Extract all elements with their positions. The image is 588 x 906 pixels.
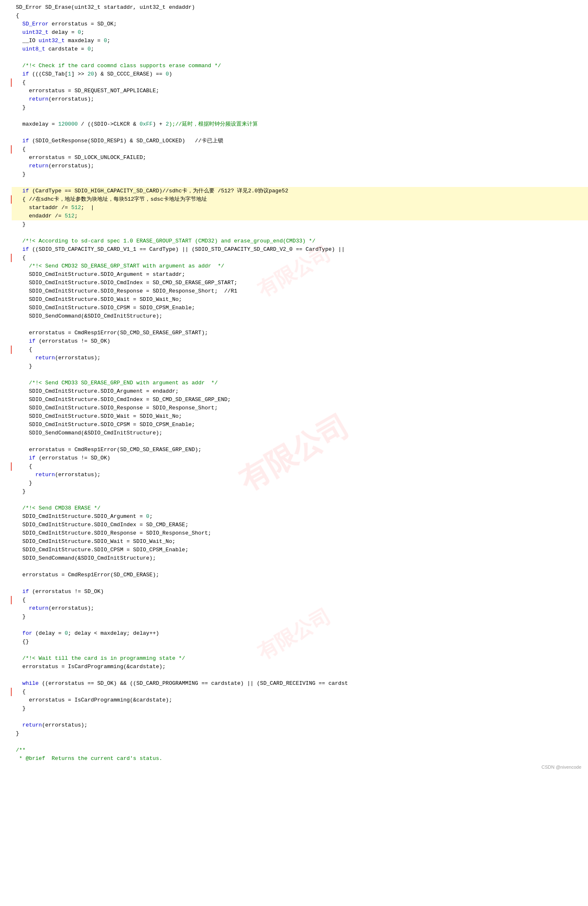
code-line (0, 112, 588, 120)
code-line: { (0, 462, 588, 471)
line-gutter (0, 429, 12, 437)
code-line: if (errorstatus != SD_OK) (0, 337, 588, 346)
code-line (0, 437, 588, 446)
line-gutter (0, 454, 12, 462)
code-line: { (0, 12, 588, 20)
line-content: SDIO_CmdInitStructure.SDIO_Wait = SDIO_W… (12, 412, 588, 421)
code-line (0, 738, 588, 746)
line-content: SDIO_SendCommand(&SDIO_CmdInitStructure)… (12, 312, 588, 321)
code-line (0, 713, 588, 721)
code-line (0, 321, 588, 329)
line-content: /*!< Check if the card coomnd class supp… (12, 62, 588, 70)
line-content: SDIO_CmdInitStructure.SDIO_CmdIndex = SD… (12, 279, 588, 287)
code-line: { (0, 596, 588, 604)
line-content: SD_Error errorstatus = SD_OK; (12, 20, 588, 28)
line-content: SDIO_CmdInitStructure.SDIO_Response = SD… (12, 287, 588, 295)
line-gutter (0, 421, 12, 429)
line-gutter (0, 512, 12, 521)
line-content: uint8_t cardstate = 0; (12, 45, 588, 53)
line-gutter (0, 53, 12, 62)
code-line: startaddr /= 512; | (0, 204, 588, 212)
line-content (12, 229, 588, 237)
line-content: if (errorstatus != SD_OK) (12, 454, 588, 462)
code-line: return(errorstatus); (0, 162, 588, 170)
line-gutter (0, 295, 12, 304)
line-gutter (0, 312, 12, 321)
line-content: for (delay = 0; delay < maxdelay; delay+… (12, 629, 588, 638)
line-gutter (0, 638, 12, 646)
line-content: SDIO_CmdInitStructure.SDIO_Response = SD… (12, 529, 588, 538)
line-content: } (12, 729, 588, 738)
line-content: SD_Error SD_Erase(uint32_t startaddr, ui… (12, 3, 588, 12)
line-content: /*!< Send CMD38 ERASE */ (12, 504, 588, 512)
line-gutter (0, 354, 12, 362)
line-gutter (0, 321, 12, 329)
line-content: SDIO_CmdInitStructure.SDIO_Argument = 0; (12, 512, 588, 521)
code-line (0, 229, 588, 237)
line-gutter (0, 696, 12, 704)
line-gutter (0, 738, 12, 746)
line-gutter (0, 579, 12, 588)
line-content: if (((CSD_Tab[1] >> 20) & SD_CCCC_ERASE)… (12, 70, 588, 78)
code-line: /** (0, 746, 588, 755)
code-line: { (0, 688, 588, 696)
code-line: if ((SDIO_STD_CAPACITY_SD_CARD_V1_1 == C… (0, 245, 588, 254)
line-content: startaddr /= 512; | (12, 204, 588, 212)
code-line: { (0, 78, 588, 87)
code-line: for (delay = 0; delay < maxdelay; delay+… (0, 629, 588, 638)
line-content (12, 321, 588, 329)
line-content: {} (12, 638, 588, 646)
code-line: errorstatus = SD_REQUEST_NOT_APPLICABLE; (0, 87, 588, 95)
line-gutter (0, 729, 12, 738)
line-content: return(errorstatus); (12, 354, 588, 362)
line-gutter (0, 546, 12, 554)
code-line (0, 646, 588, 654)
code-line: } (0, 220, 588, 229)
line-content: /*!< Wait till the card is in programmin… (12, 654, 588, 663)
line-content: } (12, 103, 588, 112)
code-line: if (errorstatus != SD_OK) (0, 588, 588, 596)
line-content (12, 646, 588, 654)
line-gutter (0, 329, 12, 337)
line-content: errorstatus = SD_REQUEST_NOT_APPLICABLE; (12, 87, 588, 95)
line-gutter (0, 621, 12, 629)
code-line: SDIO_CmdInitStructure.SDIO_Response = SD… (0, 287, 588, 295)
code-line: SDIO_CmdInitStructure.SDIO_Wait = SDIO_W… (0, 412, 588, 421)
code-line: } (0, 170, 588, 179)
line-content: return(errorstatus); (12, 471, 588, 479)
line-content: if ((SDIO_STD_CAPACITY_SD_CARD_V1_1 == C… (12, 245, 588, 254)
line-gutter (0, 229, 12, 237)
line-gutter (0, 496, 12, 504)
code-line: if (errorstatus != SD_OK) (0, 454, 588, 462)
line-gutter (0, 78, 12, 87)
code-line: return(errorstatus); (0, 354, 588, 362)
brand: CSDN @nivencode (0, 763, 588, 771)
line-gutter (0, 137, 12, 145)
line-content: } (12, 479, 588, 487)
line-gutter (0, 755, 12, 763)
line-content: } (12, 613, 588, 621)
line-gutter (0, 195, 12, 204)
line-gutter (0, 279, 12, 287)
code-line: SDIO_CmdInitStructure.SDIO_CmdIndex = SD… (0, 396, 588, 404)
line-content: /*!< Send CMD33 SD_ERASE_GRP_END with ar… (12, 379, 588, 387)
line-content: errorstatus = CmdResp1Error(SD_CMD_ERASE… (12, 571, 588, 579)
code-line: SDIO_CmdInitStructure.SDIO_Response = SD… (0, 404, 588, 412)
line-gutter (0, 713, 12, 721)
line-content: { (12, 145, 588, 154)
line-gutter (0, 254, 12, 262)
code-line: SDIO_CmdInitStructure.SDIO_CmdIndex = SD… (0, 279, 588, 287)
line-content: SDIO_SendCommand(&SDIO_CmdInitStructure)… (12, 429, 588, 437)
line-content: * @brief Returns the current card's stat… (12, 755, 588, 763)
line-gutter (0, 245, 12, 254)
line-content (12, 129, 588, 137)
code-line: errorstatus = CmdResp1Error(SD_CMD_SD_ER… (0, 329, 588, 337)
line-gutter (0, 337, 12, 346)
code-line: SDIO_CmdInitStructure.SDIO_Argument = 0; (0, 512, 588, 521)
code-line: /*!< Send CMD32 SD_ERASE_GRP_START with … (0, 262, 588, 270)
line-gutter (0, 270, 12, 279)
code-line: uint32_t delay = 0; (0, 28, 588, 37)
line-gutter (0, 12, 12, 20)
line-content (12, 496, 588, 504)
line-gutter (0, 654, 12, 663)
